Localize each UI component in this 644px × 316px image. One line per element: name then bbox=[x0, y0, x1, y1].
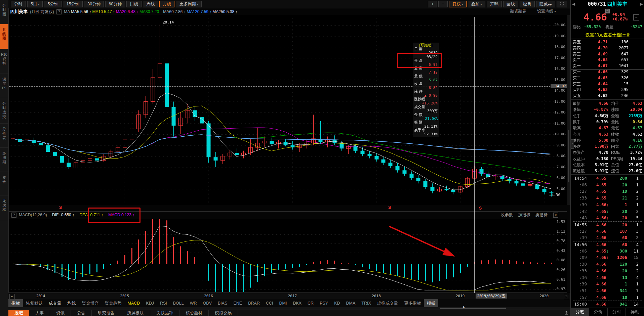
sidebar-item-K线图[interactable]: K 线 图 bbox=[0, 24, 8, 49]
scroll-left-button[interactable]: « bbox=[9, 294, 15, 299]
indicator-tab-BOLL[interactable]: BOLL bbox=[170, 299, 187, 307]
macd-help-icon[interactable]: ? bbox=[11, 213, 16, 218]
close-indicator-icon[interactable]: × bbox=[553, 213, 558, 218]
level-row-买一[interactable]: 买一4.66329 bbox=[573, 69, 642, 75]
indicator-tab-模板[interactable]: 模板 bbox=[424, 299, 438, 307]
stat-value: 5.91亿 bbox=[589, 168, 608, 174]
indicator-tab-PSY[interactable]: PSY bbox=[317, 299, 331, 307]
scrollbar-thumb[interactable] bbox=[440, 308, 506, 309]
quote-tab-异动[interactable]: 异动 bbox=[626, 308, 644, 316]
sidebar-item-F10资料[interactable]: F10 资 料 bbox=[0, 49, 8, 74]
sidebar-item-分价表[interactable]: 分 价 表 bbox=[0, 124, 8, 148]
indicator-tab-更多指标[interactable]: 更多指标 bbox=[401, 299, 424, 307]
indicator-tab-CCI[interactable]: CCI bbox=[263, 299, 276, 307]
kline-chart-canvas[interactable] bbox=[9, 15, 567, 205]
tool-button-画线[interactable]: 画线 bbox=[503, 1, 518, 7]
fullscreen-icon[interactable] bbox=[557, 1, 567, 7]
panel-collapse-handle[interactable]: › bbox=[571, 139, 574, 149]
indicator-tab-KD[interactable]: KD bbox=[331, 299, 343, 307]
bottom-tab-公告[interactable]: 公告 bbox=[71, 310, 92, 316]
level-row-卖一[interactable]: 卖一4.671041 bbox=[573, 63, 642, 69]
indicator-tab-ENE[interactable]: ENE bbox=[230, 299, 245, 307]
indicator-tab-BIAS[interactable]: BIAS bbox=[215, 299, 231, 307]
ma-settings-button[interactable]: 设置均线 ▾ bbox=[537, 8, 556, 14]
level-row-卖五[interactable]: 卖五4.71136 bbox=[573, 39, 642, 45]
level-row-卖四[interactable]: 卖四4.702077 bbox=[573, 45, 642, 51]
bottom-tab-核心题材[interactable]: 核心题材 bbox=[179, 310, 209, 316]
sidebar-item-分时图[interactable]: 分 时 图 bbox=[0, 0, 8, 24]
indicator-tab-资金博弈[interactable]: 资金博弈 bbox=[79, 299, 102, 307]
period-button-月线[interactable]: 月线 bbox=[159, 1, 174, 7]
sidebar-item-资金[interactable]: 资 金 bbox=[0, 172, 8, 195]
bottom-tab-关联品种[interactable]: 关联品种 bbox=[150, 310, 179, 316]
change-params-button[interactable]: 改参数 bbox=[501, 213, 513, 217]
indicator-tab-CR[interactable]: CR bbox=[305, 299, 317, 307]
level-row-买三[interactable]: 买三4.6415 bbox=[573, 81, 642, 87]
indicator-tab-恢复默认[interactable]: 恢复默认 bbox=[23, 299, 46, 307]
add-indicator-button[interactable]: 加指标 bbox=[518, 213, 530, 217]
indicator-tab-DMA[interactable]: DMA bbox=[343, 299, 359, 307]
period-button-60分钟[interactable]: 60分钟 bbox=[105, 1, 125, 7]
bottom-tab-研究报告[interactable]: 研究报告 bbox=[92, 310, 121, 316]
period-button-15分钟[interactable]: 15分钟 bbox=[63, 1, 83, 7]
indicator-tab-MACD[interactable]: MACD bbox=[125, 299, 143, 307]
level-row-卖三[interactable]: 卖三4.69647 bbox=[573, 51, 642, 57]
margin-trading-link[interactable]: 融资融券 bbox=[510, 8, 526, 14]
quote-tab-分笔[interactable]: 分笔 bbox=[571, 308, 589, 316]
period-button-分时[interactable]: 分时 bbox=[11, 1, 26, 7]
period-button-日线[interactable]: 日线 bbox=[126, 1, 142, 7]
level-row-买二[interactable]: 买二4.65326 bbox=[573, 75, 642, 81]
indicator-tab-RSI[interactable]: RSI bbox=[157, 299, 170, 307]
stat-label: 涨跌 bbox=[611, 106, 626, 112]
level-label: 买一 bbox=[573, 69, 586, 75]
indicator-tab-均线[interactable]: 均线 bbox=[65, 299, 79, 307]
bottom-tab-股吧[interactable]: 股吧 bbox=[8, 310, 29, 316]
bottom-nav-bar: 股吧大事资讯公告研究报告所属板块关联品种核心题材模拟交易 bbox=[8, 310, 570, 316]
level-row-买四[interactable]: 买四4.63395 bbox=[573, 87, 642, 93]
tool-button-−[interactable]: − bbox=[438, 1, 447, 7]
quote-tab-分时[interactable]: 分时 bbox=[608, 308, 626, 316]
help-icon[interactable]: ? bbox=[56, 9, 62, 14]
tool-button-叠加[interactable]: 叠加 ▾ bbox=[468, 1, 485, 7]
tool-button-筹码[interactable]: 筹码 bbox=[487, 1, 502, 7]
bottom-tab-所属板块[interactable]: 所属板块 bbox=[121, 310, 150, 316]
indicator-tab-KDJ[interactable]: KDJ bbox=[143, 299, 157, 307]
sidebar-item-分时成交[interactable]: 分 时 成 交 bbox=[0, 98, 8, 124]
tool-button-+[interactable]: + bbox=[428, 1, 437, 7]
period-button-5分钟[interactable]: 5分钟 bbox=[44, 1, 62, 7]
indicator-tab-WR[interactable]: WR bbox=[187, 299, 200, 307]
export-icon[interactable] bbox=[564, 311, 569, 315]
indicator-tab-资金趋势[interactable]: 资金趋势 bbox=[102, 299, 125, 307]
indicator-tab-OBV[interactable]: OBV bbox=[200, 299, 215, 307]
sidebar-item-多周期[interactable]: 多 周 期 bbox=[0, 148, 8, 172]
period-button-30分钟[interactable]: 30分钟 bbox=[84, 1, 104, 7]
tool-button-经典[interactable]: 经典 bbox=[520, 1, 535, 7]
macd-chart-canvas[interactable] bbox=[9, 219, 567, 292]
level-row-卖二[interactable]: 卖二4.68657 bbox=[573, 57, 642, 63]
bottom-tab-模拟交易[interactable]: 模拟交易 bbox=[209, 310, 238, 316]
minimize-button[interactable]: − bbox=[633, 14, 639, 20]
scroll-right-button[interactable]: » bbox=[564, 294, 569, 299]
indicator-tab-成交量[interactable]: 成交量 bbox=[46, 299, 65, 307]
scrollbar-up-marker[interactable]: ▲ bbox=[462, 305, 465, 308]
indicator-tab-DKX[interactable]: DKX bbox=[290, 299, 305, 307]
chart-scrollbar-thumb[interactable] bbox=[568, 130, 569, 182]
indicator-tab-BRAR[interactable]: BRAR bbox=[245, 299, 263, 307]
indicator-tab-指标[interactable]: 指标 bbox=[8, 299, 23, 307]
bottom-tab-大事[interactable]: 大事 bbox=[29, 310, 50, 316]
bottom-tab-资讯[interactable]: 资讯 bbox=[50, 310, 71, 316]
indicator-tab-虚拟成交量[interactable]: 虚拟成交量 bbox=[374, 299, 401, 307]
level-row-买五[interactable]: 买五4.62246 bbox=[573, 93, 642, 99]
switch-indicator-button[interactable]: 换指标 bbox=[535, 213, 548, 217]
indicator-tab-DMI[interactable]: DMI bbox=[276, 299, 290, 307]
quote-tab-分价[interactable]: 分价 bbox=[589, 308, 608, 316]
level10-promo-link[interactable]: 仅需20元查看十档行情 bbox=[571, 31, 644, 38]
tool-button-隐藏[interactable]: 隐藏▶▶ bbox=[536, 1, 555, 7]
period-button-更多周期[interactable]: 更多周期 ▾ bbox=[176, 1, 202, 7]
sidebar-item-深度F9[interactable]: 深 度 F9 bbox=[0, 74, 8, 98]
indicator-tab-TRIX[interactable]: TRIX bbox=[358, 299, 374, 307]
sidebar-item-龙虎榜[interactable]: 龙 虎 榜 bbox=[0, 195, 8, 220]
period-button-周线[interactable]: 周线 bbox=[143, 1, 158, 7]
period-button-5日[interactable]: 5日 ▾ bbox=[27, 1, 43, 7]
tool-button-复权[interactable]: 复权 ▾ bbox=[449, 1, 467, 7]
